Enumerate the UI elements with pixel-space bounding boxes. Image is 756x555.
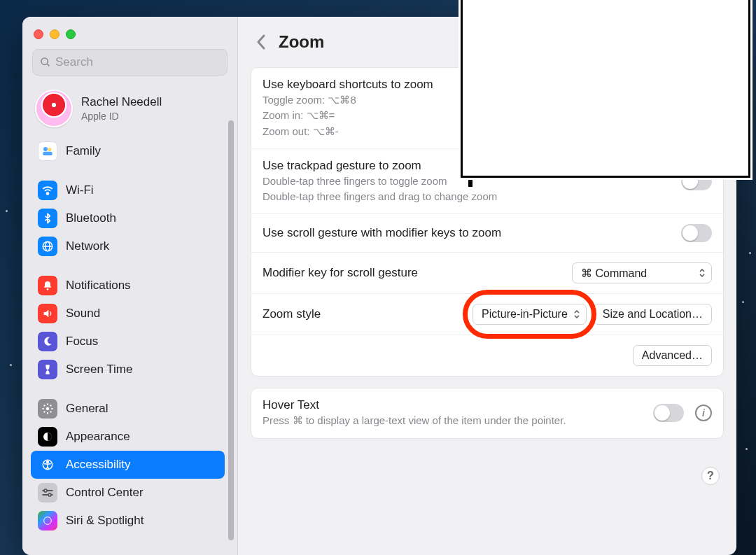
hover-text-toggle[interactable] (653, 404, 684, 422)
svg-rect-4 (43, 152, 52, 155)
search-field[interactable] (32, 49, 227, 76)
sidebar-item-wifi[interactable]: Wi-Fi (31, 176, 225, 204)
minimize-button[interactable] (50, 29, 59, 39)
row-scroll-gesture: Use scroll gesture with modifier keys to… (251, 213, 723, 252)
close-button[interactable] (34, 29, 43, 39)
sidebar-item-accessibility[interactable]: Accessibility (31, 451, 225, 479)
general-icon (38, 399, 57, 419)
row-modifier-key: Modifier key for scroll gesture ⌘ Comman… (251, 252, 723, 293)
svg-point-5 (47, 192, 49, 195)
sidebar-item-label: Family (66, 144, 101, 158)
annotation-leader (468, 180, 472, 187)
apple-id-profile[interactable]: Rachel Needell Apple ID (29, 85, 226, 137)
accessibility-icon (38, 455, 57, 475)
svg-point-17 (48, 493, 51, 496)
sidebar-item-label: Accessibility (66, 458, 131, 472)
sidebar-item-controlcenter[interactable]: Control Center (31, 479, 225, 507)
sidebar-item-focus[interactable]: Focus (31, 328, 225, 356)
sidebar-item-notifications[interactable]: Notifications (31, 272, 225, 300)
svg-point-10 (46, 407, 50, 411)
sidebar-item-label: Screen Time (66, 363, 132, 377)
size-and-location-button[interactable]: Size and Location… (594, 304, 712, 325)
row-sub: Press ⌘ to display a large-text view of … (262, 414, 642, 428)
svg-point-2 (43, 147, 48, 151)
row-label: Use scroll gesture with modifier keys to… (262, 226, 670, 240)
wifi-icon (38, 181, 57, 200)
advanced-button[interactable]: Advanced… (633, 345, 712, 366)
svg-point-13 (47, 461, 49, 463)
search-input[interactable] (55, 55, 220, 69)
page-title: Zoom (279, 32, 324, 52)
sidebar-item-appearance[interactable]: Appearance (31, 423, 225, 451)
row-label: Modifier key for scroll gesture (262, 266, 561, 280)
sidebar-scroll[interactable]: Rachel Needell Apple ID Family Wi-Fi (29, 85, 230, 555)
screentime-icon (38, 360, 57, 379)
back-button[interactable] (256, 34, 266, 50)
sidebar-item-siri[interactable]: Siri & Spotlight (31, 507, 225, 535)
modifier-key-select[interactable]: ⌘ Command (572, 262, 712, 283)
help-label: ? (707, 470, 714, 482)
sound-icon (38, 304, 57, 323)
controlcenter-icon (38, 483, 57, 503)
family-icon (38, 141, 57, 161)
sidebar-item-bluetooth[interactable]: Bluetooth (31, 204, 225, 232)
sidebar-item-family[interactable]: Family (31, 137, 225, 165)
svg-point-18 (44, 517, 52, 525)
window-controls (29, 25, 230, 49)
notifications-icon (38, 276, 57, 295)
sidebar-item-general[interactable]: General (31, 395, 225, 423)
profile-sub: Apple ID (81, 111, 162, 122)
help-button[interactable]: ? (701, 467, 720, 485)
svg-point-15 (44, 489, 47, 492)
sidebar-item-label: Control Center (66, 486, 144, 500)
hover-text-panel: Hover Text Press ⌘ to display a large-te… (251, 388, 724, 438)
select-value: ⌘ Command (581, 267, 647, 280)
svg-point-3 (48, 148, 52, 151)
avatar (35, 90, 73, 127)
siri-icon (38, 511, 57, 531)
search-icon (40, 57, 51, 68)
select-value: Picture-in-Picture (482, 308, 568, 321)
appearance-icon (38, 427, 57, 447)
row-label: Zoom style (262, 307, 461, 321)
profile-name: Rachel Needell (81, 95, 162, 109)
row-zoom-style: Zoom style Picture-in-Picture Size and L… (251, 293, 723, 335)
sidebar-item-label: Siri & Spotlight (66, 514, 144, 528)
button-label: Size and Location… (603, 308, 703, 321)
sidebar-item-screentime[interactable]: Screen Time (31, 356, 225, 384)
zoom-style-select[interactable]: Picture-in-Picture (472, 304, 587, 325)
sidebar-item-label: Focus (66, 335, 98, 349)
sidebar-item-label: Network (66, 239, 109, 253)
svg-line-1 (47, 64, 49, 66)
scroll-gesture-toggle[interactable] (681, 224, 712, 242)
row-label: Hover Text (262, 398, 642, 412)
sidebar-item-label: Notifications (66, 279, 131, 293)
sidebar-item-sound[interactable]: Sound (31, 300, 225, 328)
sidebar-item-label: Appearance (66, 430, 130, 444)
fullscreen-button[interactable] (66, 29, 76, 39)
annotation-callout-box (458, 0, 752, 180)
bluetooth-icon (38, 209, 57, 228)
info-icon[interactable]: i (695, 405, 712, 421)
row-advanced: Advanced… (251, 335, 723, 376)
sidebar-scrollbar[interactable] (226, 120, 236, 555)
network-icon (38, 237, 57, 256)
row-hover-text: Hover Text Press ⌘ to display a large-te… (251, 388, 723, 437)
sidebar-item-label: Wi-Fi (66, 183, 94, 197)
chevron-updown-icon (573, 309, 580, 319)
svg-point-9 (47, 288, 49, 290)
sidebar-item-label: Bluetooth (66, 211, 116, 225)
row-sub: Double-tap three fingers and drag to cha… (262, 190, 670, 204)
sidebar-item-label: General (66, 402, 108, 416)
sidebar: Rachel Needell Apple ID Family Wi-Fi (22, 17, 238, 555)
chevron-updown-icon (699, 268, 706, 278)
sidebar-item-network[interactable]: Network (31, 232, 225, 260)
svg-point-0 (41, 58, 48, 64)
button-label: Advanced… (642, 349, 703, 362)
sidebar-item-label: Sound (66, 307, 100, 321)
focus-icon (38, 332, 57, 351)
